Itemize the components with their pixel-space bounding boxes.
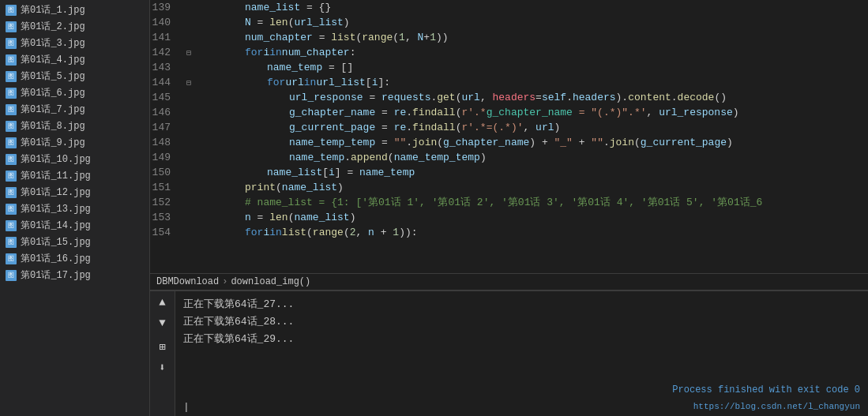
jpg-icon: 图 bbox=[6, 104, 17, 115]
sidebar-file-item[interactable]: 图 第01话_15.jpg bbox=[0, 234, 149, 250]
fold-gutter: ⊟⊟ bbox=[183, 0, 194, 273]
fold-button bbox=[183, 120, 194, 135]
download-icon: ⬇ bbox=[155, 359, 171, 375]
file-name: 第01话_4.jpg bbox=[21, 53, 85, 66]
jpg-icon: 图 bbox=[6, 121, 17, 132]
sidebar-file-item[interactable]: 图 第01话_6.jpg bbox=[0, 84, 149, 101]
fold-button bbox=[183, 105, 194, 120]
fold-button bbox=[183, 225, 194, 240]
code-line: name_temp.append(name_temp_temp) bbox=[201, 150, 868, 165]
file-icon: 图 bbox=[5, 54, 17, 66]
sidebar-file-item[interactable]: 图 第01话_4.jpg bbox=[0, 51, 149, 68]
jpg-icon: 图 bbox=[6, 137, 17, 148]
file-name: 第01话_2.jpg bbox=[21, 20, 85, 33]
line-number: 142 bbox=[150, 45, 177, 60]
fold-button bbox=[183, 90, 194, 105]
code-line: for url in url_list[i]: bbox=[201, 75, 868, 90]
line-number: 140 bbox=[150, 15, 177, 30]
file-icon: 图 bbox=[5, 120, 17, 133]
line-number: 148 bbox=[150, 135, 177, 150]
breadcrumb-separator: › bbox=[222, 276, 227, 287]
code-line: name_temp = [] bbox=[201, 60, 868, 75]
fold-button bbox=[183, 60, 194, 75]
sidebar-file-item[interactable]: 图 第01话_17.jpg bbox=[0, 267, 149, 283]
file-icon: 图 bbox=[5, 87, 17, 99]
file-icon: 图 bbox=[5, 236, 17, 249]
file-name: 第01话_12.jpg bbox=[21, 186, 91, 199]
code-line: name_list = {} bbox=[201, 0, 868, 15]
sidebar-file-item[interactable]: 图 第01话_16.jpg bbox=[0, 250, 149, 267]
sidebar-file-item[interactable]: 图 第01话_9.jpg bbox=[0, 134, 149, 151]
jpg-icon: 图 bbox=[6, 71, 17, 82]
jpg-icon: 图 bbox=[6, 220, 17, 231]
sidebar-file-item[interactable]: 图 第01话_12.jpg bbox=[0, 184, 149, 201]
code-area[interactable]: name_list = {}N = len(url_list)num_chapt… bbox=[194, 0, 868, 273]
line-number: 141 bbox=[150, 30, 177, 45]
code-line: # name_list = {1: ['第01话 1', '第01话 2', '… bbox=[201, 195, 868, 210]
line-number: 152 bbox=[150, 195, 177, 210]
code-line: for i in list(range(2, n + 1)): bbox=[201, 225, 868, 240]
terminal-panel: ▲ ▼ ⊞ ⬇ 正在下载第64话_27...正在下载第64话_28...正在下载… bbox=[150, 290, 868, 416]
jpg-icon: 图 bbox=[6, 237, 17, 248]
jpg-icon: 图 bbox=[6, 88, 17, 99]
fold-button bbox=[183, 180, 194, 195]
code-line: g_current_page = re.findall(r'.*=(.*)', … bbox=[201, 120, 868, 135]
jpg-icon: 图 bbox=[6, 204, 17, 215]
jpg-icon: 图 bbox=[6, 270, 17, 281]
file-name: 第01话_7.jpg bbox=[21, 103, 85, 116]
file-name: 第01话_8.jpg bbox=[21, 119, 85, 133]
jpg-icon: 图 bbox=[6, 171, 17, 182]
sidebar-file-item[interactable]: 图 第01话_14.jpg bbox=[0, 217, 149, 234]
jpg-icon: 图 bbox=[6, 21, 17, 32]
code-line: url_response = requests.get(url, headers… bbox=[201, 90, 868, 105]
line-number: 139 bbox=[150, 0, 177, 15]
sidebar-file-item[interactable]: 图 第01话_2.jpg bbox=[0, 18, 149, 35]
scroll-up-button[interactable]: ▲ bbox=[155, 294, 171, 310]
file-name: 第01话_17.jpg bbox=[21, 268, 91, 282]
fold-button bbox=[183, 210, 194, 225]
file-name: 第01话_14.jpg bbox=[21, 219, 91, 232]
line-number: 149 bbox=[150, 150, 177, 165]
fold-button[interactable]: ⊟ bbox=[183, 75, 194, 90]
fold-button bbox=[183, 150, 194, 165]
file-name: 第01话_5.jpg bbox=[21, 69, 85, 83]
sidebar-file-item[interactable]: 图 第01话_1.jpg bbox=[0, 2, 149, 18]
file-name: 第01话_13.jpg bbox=[21, 202, 91, 215]
breadcrumb: DBMDownload › download_img() bbox=[150, 273, 868, 290]
file-icon: 图 bbox=[5, 170, 17, 182]
terminal-line: 正在下载第64话_28... bbox=[183, 313, 860, 331]
file-icon: 图 bbox=[5, 137, 17, 149]
sidebar-file-item[interactable]: 图 第01话_10.jpg bbox=[0, 151, 149, 167]
file-name: 第01话_1.jpg bbox=[21, 3, 85, 17]
scroll-down-button[interactable]: ▼ bbox=[155, 315, 171, 331]
code-line: print(name_list) bbox=[201, 180, 868, 195]
line-number: 143 bbox=[150, 60, 177, 75]
sidebar-file-item[interactable]: 图 第01话_11.jpg bbox=[0, 167, 149, 184]
fold-button[interactable]: ⊟ bbox=[183, 45, 194, 60]
fold-button bbox=[183, 135, 194, 150]
fold-button bbox=[183, 165, 194, 180]
sidebar-file-item[interactable]: 图 第01话_7.jpg bbox=[0, 101, 149, 118]
terminal-cursor-line: | bbox=[183, 401, 190, 413]
line-number: 145 bbox=[150, 90, 177, 105]
file-icon: 图 bbox=[5, 186, 17, 199]
terminal-line: 正在下载第64话_27... bbox=[183, 296, 860, 313]
jpg-icon: 图 bbox=[6, 54, 17, 66]
file-icon: 图 bbox=[5, 219, 17, 232]
sidebar-file-item[interactable]: 图 第01话_13.jpg bbox=[0, 201, 149, 217]
code-content: 1391401411421431441451461471481491501511… bbox=[150, 0, 868, 273]
terminal-exit-msg: Process finished with exit code 0 bbox=[672, 384, 860, 395]
file-sidebar: 图 第01话_1.jpg 图 第01话_2.jpg 图 第01话_3.jpg 图… bbox=[0, 0, 150, 416]
sidebar-file-item[interactable]: 图 第01话_8.jpg bbox=[0, 118, 149, 134]
file-name: 第01话_11.jpg bbox=[21, 169, 91, 182]
file-icon: 图 bbox=[5, 253, 17, 265]
file-name: 第01话_15.jpg bbox=[21, 235, 91, 249]
code-editor: 1391401411421431441451461471481491501511… bbox=[150, 0, 868, 290]
file-icon: 图 bbox=[5, 70, 17, 83]
fold-button bbox=[183, 15, 194, 30]
sidebar-file-item[interactable]: 图 第01话_3.jpg bbox=[0, 35, 149, 51]
terminal-toolbar: ▲ ▼ ⊞ ⬇ bbox=[150, 291, 175, 416]
file-icon: 图 bbox=[5, 153, 17, 166]
sidebar-file-item[interactable]: 图 第01话_5.jpg bbox=[0, 68, 149, 84]
line-number: 153 bbox=[150, 210, 177, 225]
